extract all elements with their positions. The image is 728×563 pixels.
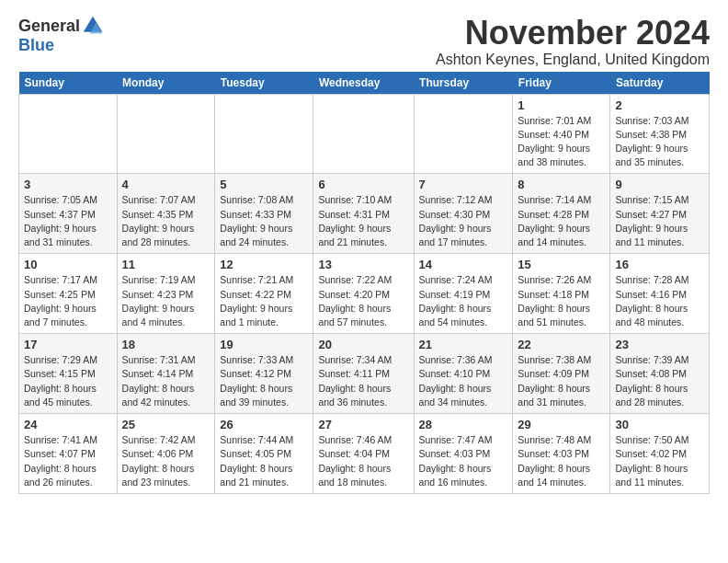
day-cell: 2Sunrise: 7:03 AMSunset: 4:38 PMDaylight… [610,94,710,174]
day-info: Sunrise: 7:26 AMSunset: 4:18 PMDaylight:… [518,273,605,329]
day-number: 30 [615,418,704,431]
day-number: 12 [220,258,308,271]
day-cell: 15Sunrise: 7:26 AMSunset: 4:18 PMDayligh… [513,254,610,334]
day-number: 16 [615,258,704,271]
day-cell: 1Sunrise: 7:01 AMSunset: 4:40 PMDaylight… [513,94,610,174]
day-info: Sunrise: 7:44 AMSunset: 4:05 PMDaylight:… [220,433,308,489]
day-cell: 13Sunrise: 7:22 AMSunset: 4:20 PMDayligh… [313,254,414,334]
day-number: 28 [419,418,508,431]
week-row-0: 1Sunrise: 7:01 AMSunset: 4:40 PMDaylight… [19,94,710,174]
logo-general: General [18,17,80,34]
day-number: 8 [518,178,605,191]
day-cell [215,94,313,174]
logo-icon [82,15,104,37]
day-cell: 17Sunrise: 7:29 AMSunset: 4:15 PMDayligh… [19,334,118,414]
title-block: November 2024 Ashton Keynes, England, Un… [436,15,710,68]
day-number: 25 [122,418,210,431]
day-number: 23 [615,338,704,351]
day-number: 1 [518,98,605,112]
day-cell: 8Sunrise: 7:14 AMSunset: 4:28 PMDaylight… [513,174,610,254]
day-number: 18 [122,338,210,351]
day-info: Sunrise: 7:48 AMSunset: 4:03 PMDaylight:… [518,433,605,489]
day-number: 7 [419,178,508,191]
day-number: 4 [122,178,210,191]
day-info: Sunrise: 7:01 AMSunset: 4:40 PMDaylight:… [518,114,605,170]
day-number: 19 [220,338,308,351]
day-cell: 4Sunrise: 7:07 AMSunset: 4:35 PMDaylight… [117,174,215,254]
day-info: Sunrise: 7:03 AMSunset: 4:38 PMDaylight:… [615,114,704,170]
day-cell: 22Sunrise: 7:38 AMSunset: 4:09 PMDayligh… [513,334,610,414]
day-info: Sunrise: 7:17 AMSunset: 4:25 PMDaylight:… [24,273,112,329]
week-row-1: 3Sunrise: 7:05 AMSunset: 4:37 PMDaylight… [19,174,710,254]
week-row-2: 10Sunrise: 7:17 AMSunset: 4:25 PMDayligh… [19,254,710,334]
day-info: Sunrise: 7:05 AMSunset: 4:37 PMDaylight:… [24,193,112,249]
day-info: Sunrise: 7:21 AMSunset: 4:22 PMDaylight:… [220,273,308,329]
day-cell [414,94,513,174]
day-cell: 16Sunrise: 7:28 AMSunset: 4:16 PMDayligh… [610,254,710,334]
day-number: 17 [24,338,112,351]
day-header-friday: Friday [513,72,610,95]
day-number: 21 [419,338,508,351]
day-info: Sunrise: 7:41 AMSunset: 4:07 PMDaylight:… [24,433,112,489]
day-number: 13 [318,258,408,271]
week-row-3: 17Sunrise: 7:29 AMSunset: 4:15 PMDayligh… [19,334,710,414]
page: General Blue November 2024 Ashton Keynes… [0,0,728,509]
day-number: 10 [24,258,112,271]
day-info: Sunrise: 7:28 AMSunset: 4:16 PMDaylight:… [615,273,704,329]
day-cell [313,94,414,174]
day-number: 5 [220,178,308,191]
day-info: Sunrise: 7:36 AMSunset: 4:10 PMDaylight:… [419,353,508,409]
day-cell: 3Sunrise: 7:05 AMSunset: 4:37 PMDaylight… [19,174,118,254]
day-info: Sunrise: 7:08 AMSunset: 4:33 PMDaylight:… [220,193,308,249]
day-cell [117,94,215,174]
day-cell: 9Sunrise: 7:15 AMSunset: 4:27 PMDaylight… [610,174,710,254]
day-number: 24 [24,418,112,431]
day-cell: 25Sunrise: 7:42 AMSunset: 4:06 PMDayligh… [117,414,215,494]
location-title: Ashton Keynes, England, United Kingdom [436,52,710,68]
logo-blue: Blue [18,37,104,53]
day-info: Sunrise: 7:12 AMSunset: 4:30 PMDaylight:… [419,193,508,249]
day-info: Sunrise: 7:42 AMSunset: 4:06 PMDaylight:… [122,433,210,489]
day-info: Sunrise: 7:22 AMSunset: 4:20 PMDaylight:… [318,273,408,329]
day-cell: 27Sunrise: 7:46 AMSunset: 4:04 PMDayligh… [313,414,414,494]
day-header-tuesday: Tuesday [215,72,313,95]
day-cell: 29Sunrise: 7:48 AMSunset: 4:03 PMDayligh… [513,414,610,494]
day-number: 11 [122,258,210,271]
day-cell: 12Sunrise: 7:21 AMSunset: 4:22 PMDayligh… [215,254,313,334]
day-number: 26 [220,418,308,431]
day-cell: 10Sunrise: 7:17 AMSunset: 4:25 PMDayligh… [19,254,118,334]
day-info: Sunrise: 7:46 AMSunset: 4:04 PMDaylight:… [318,433,408,489]
calendar-table: SundayMondayTuesdayWednesdayThursdayFrid… [18,72,710,494]
day-number: 9 [615,178,704,191]
day-number: 29 [518,418,605,431]
day-info: Sunrise: 7:07 AMSunset: 4:35 PMDaylight:… [122,193,210,249]
day-info: Sunrise: 7:10 AMSunset: 4:31 PMDaylight:… [318,193,408,249]
day-header-sunday: Sunday [19,72,118,95]
day-cell: 23Sunrise: 7:39 AMSunset: 4:08 PMDayligh… [610,334,710,414]
day-cell: 14Sunrise: 7:24 AMSunset: 4:19 PMDayligh… [414,254,513,334]
header: General Blue November 2024 Ashton Keynes… [18,15,710,68]
day-number: 27 [318,418,408,431]
day-number: 14 [419,258,508,271]
day-info: Sunrise: 7:14 AMSunset: 4:28 PMDaylight:… [518,193,605,249]
month-title: November 2024 [436,15,710,52]
day-cell [19,94,118,174]
day-cell: 18Sunrise: 7:31 AMSunset: 4:14 PMDayligh… [117,334,215,414]
day-info: Sunrise: 7:47 AMSunset: 4:03 PMDaylight:… [419,433,508,489]
header-row: SundayMondayTuesdayWednesdayThursdayFrid… [19,72,710,95]
day-info: Sunrise: 7:24 AMSunset: 4:19 PMDaylight:… [419,273,508,329]
day-cell: 24Sunrise: 7:41 AMSunset: 4:07 PMDayligh… [19,414,118,494]
day-info: Sunrise: 7:31 AMSunset: 4:14 PMDaylight:… [122,353,210,409]
day-cell: 20Sunrise: 7:34 AMSunset: 4:11 PMDayligh… [313,334,414,414]
day-info: Sunrise: 7:50 AMSunset: 4:02 PMDaylight:… [615,433,704,489]
day-cell: 6Sunrise: 7:10 AMSunset: 4:31 PMDaylight… [313,174,414,254]
day-info: Sunrise: 7:38 AMSunset: 4:09 PMDaylight:… [518,353,605,409]
day-cell: 26Sunrise: 7:44 AMSunset: 4:05 PMDayligh… [215,414,313,494]
day-cell: 7Sunrise: 7:12 AMSunset: 4:30 PMDaylight… [414,174,513,254]
day-info: Sunrise: 7:29 AMSunset: 4:15 PMDaylight:… [24,353,112,409]
day-number: 3 [24,178,112,191]
day-header-wednesday: Wednesday [313,72,414,95]
day-info: Sunrise: 7:34 AMSunset: 4:11 PMDaylight:… [318,353,408,409]
day-header-saturday: Saturday [610,72,710,95]
day-cell: 11Sunrise: 7:19 AMSunset: 4:23 PMDayligh… [117,254,215,334]
